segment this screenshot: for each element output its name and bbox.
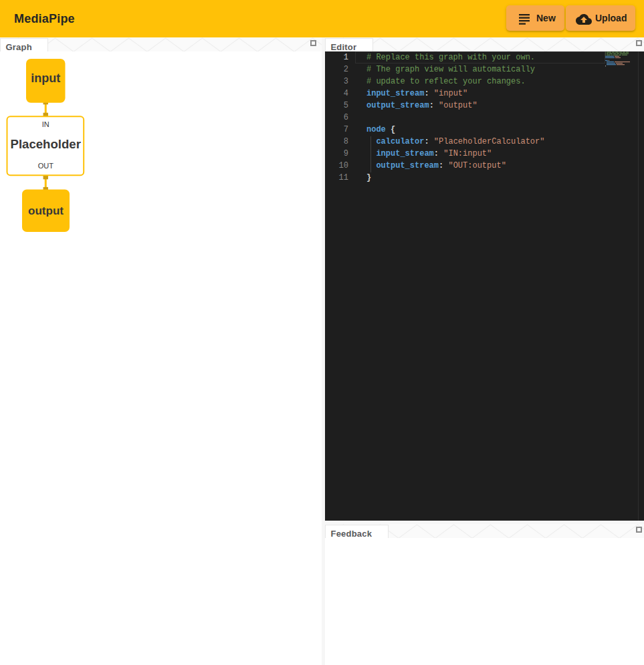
svg-text:Placeholder: Placeholder: [11, 137, 81, 151]
svg-text:IN: IN: [42, 120, 49, 128]
svg-text:OUT: OUT: [38, 162, 54, 170]
svg-text:input: input: [31, 72, 60, 85]
svg-text:output: output: [28, 205, 64, 217]
